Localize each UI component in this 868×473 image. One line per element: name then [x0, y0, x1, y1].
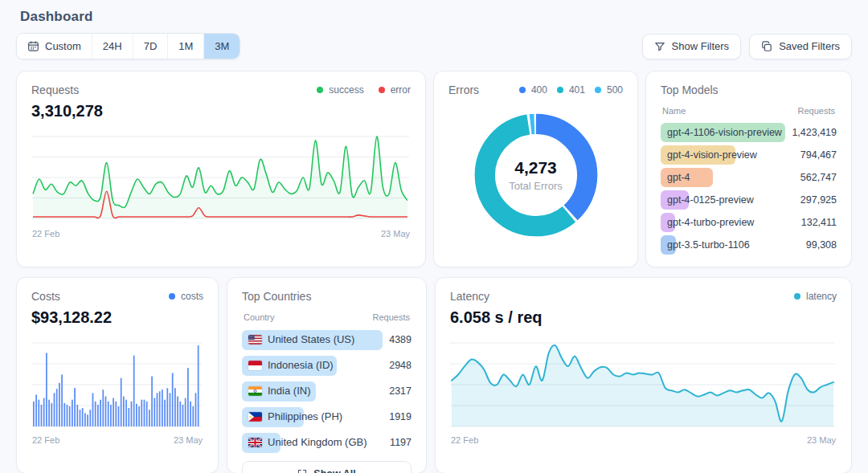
costs-card: Costs costs $93,128.22 22 Feb 23 May — [16, 277, 219, 473]
legend-dot-icon — [794, 293, 800, 300]
model-requests-value: 794,467 — [800, 149, 837, 161]
show-all-label: Show All — [313, 468, 355, 473]
model-name: gpt-4-vision-preview — [661, 149, 757, 161]
errors-total-value: 4,273 — [514, 158, 557, 177]
legend-label: costs — [181, 291, 203, 302]
model-name-cell: gpt-4-1106-vision-preview — [661, 123, 785, 142]
model-name-cell: gpt-3.5-turbo-1106 — [661, 235, 800, 255]
top-countries-title: Top Countries — [242, 290, 311, 303]
latency-card-title: Latency — [450, 290, 489, 303]
model-requests-value: 297,925 — [800, 194, 837, 206]
time-range-label: 24H — [103, 40, 122, 52]
requests-card-title: Requests — [31, 84, 79, 96]
show-filters-label: Show Filters — [672, 40, 730, 52]
dashboard-grid-row-1: Requests successerror 3,310,278 22 Feb 2… — [16, 71, 852, 267]
toolbar-right: Show Filters Saved Filters — [642, 34, 852, 59]
model-name: gpt-4-turbo-preview — [661, 217, 754, 228]
dashboard-grid-row-2: Costs costs $93,128.22 22 Feb 23 May Top… — [16, 277, 852, 473]
model-name: gpt-4-1106-vision-preview — [661, 127, 782, 138]
costs-total-value: $93,128.22 — [31, 308, 203, 327]
top-models-col-requests: Requests — [798, 106, 835, 116]
time-range-label: Custom — [45, 40, 81, 52]
legend-label: 400 — [531, 84, 547, 96]
top-models-header: Name Requests — [661, 106, 837, 116]
errors-card: Errors 400401500 4,273 Total Errors — [433, 71, 638, 267]
country-name: United States (US) — [242, 333, 354, 345]
requests-x-start: 22 Feb — [32, 229, 59, 239]
requests-x-axis: 22 Feb 23 May — [31, 229, 411, 239]
top-models-col-name: Name — [662, 106, 686, 116]
country-row: Philippines (PH)1919 — [242, 406, 411, 426]
latency-value: 6.058 s / req — [450, 308, 837, 327]
top-countries-header: Country Requests — [242, 312, 411, 322]
show-all-button[interactable]: Show All — [242, 461, 411, 473]
errors-total-subtitle: Total Errors — [509, 180, 562, 192]
model-row: gpt-4562,747 — [661, 168, 837, 187]
country-name-cell: Philippines (PH) — [242, 407, 383, 426]
page-title: Dashboard — [16, 0, 852, 25]
legend-label: latency — [806, 291, 837, 302]
country-requests-value: 4389 — [389, 334, 411, 345]
costs-x-start: 22 Feb — [32, 435, 59, 445]
legend-item-success: success — [317, 84, 363, 96]
country-row: Indonesia (ID)2948 — [242, 355, 411, 375]
time-range-3m[interactable]: 3M — [204, 34, 240, 59]
errors-donut-center: 4,273 Total Errors — [465, 104, 608, 247]
flag-id-icon — [248, 361, 262, 370]
errors-card-title: Errors — [448, 84, 479, 96]
requests-card: Requests successerror 3,310,278 22 Feb 2… — [16, 71, 426, 267]
show-filters-button[interactable]: Show Filters — [642, 34, 742, 59]
country-name: Indonesia (ID) — [242, 359, 334, 371]
country-name-cell: Indonesia (ID) — [242, 356, 383, 375]
country-requests-value: 2317 — [389, 385, 411, 397]
costs-chart — [31, 336, 202, 433]
country-label: United States (US) — [268, 333, 354, 345]
time-range-7d[interactable]: 7D — [133, 34, 169, 59]
legend-label: 401 — [569, 84, 585, 96]
legend-label: error — [391, 84, 411, 96]
dashboard-page: Dashboard Custom24H7D1M3M Show Filters S… — [0, 0, 868, 473]
model-name: gpt-3.5-turbo-1106 — [661, 239, 750, 251]
model-row: gpt-4-1106-vision-preview1,423,419 — [661, 123, 837, 142]
country-requests-value: 2948 — [389, 360, 411, 371]
calendar-icon — [27, 40, 39, 52]
legend-item-latency: latency — [794, 291, 837, 302]
legend-dot-icon — [317, 87, 323, 93]
country-name: India (IN) — [242, 385, 310, 397]
country-name: United Kingdom (GB) — [242, 436, 367, 448]
model-requests-value: 99,308 — [806, 239, 837, 251]
errors-legend: 400401500 — [519, 84, 623, 96]
top-countries-list: United States (US)4389Indonesia (ID)2948… — [242, 329, 411, 452]
model-row: gpt-4-vision-preview794,467 — [661, 145, 837, 165]
model-row: gpt-4-0125-preview297,925 — [661, 190, 837, 210]
legend-item-costs: costs — [169, 291, 203, 302]
legend-dot-icon — [519, 87, 526, 93]
costs-x-end: 23 May — [174, 435, 203, 445]
time-range-custom[interactable]: Custom — [17, 34, 92, 59]
model-row: gpt-3.5-turbo-110699,308 — [661, 235, 837, 255]
legend-item-400: 400 — [519, 84, 547, 96]
top-countries-col-country: Country — [244, 312, 275, 322]
time-range-selector: Custom24H7D1M3M — [16, 33, 240, 59]
latency-card: Latency latency 6.058 s / req 22 Feb 23 … — [435, 277, 852, 473]
saved-filters-label: Saved Filters — [779, 40, 840, 52]
model-name-cell: gpt-4-vision-preview — [661, 145, 794, 165]
country-name-cell: United States (US) — [242, 330, 383, 349]
country-row: United States (US)4389 — [242, 329, 411, 349]
time-range-1m[interactable]: 1M — [168, 34, 204, 59]
top-countries-col-requests: Requests — [373, 312, 410, 322]
funnel-icon — [654, 41, 665, 52]
time-range-24h[interactable]: 24H — [92, 34, 133, 59]
model-requests-value: 132,411 — [801, 217, 837, 228]
flag-ph-icon — [248, 412, 262, 422]
saved-filters-button[interactable]: Saved Filters — [749, 34, 852, 59]
costs-legend: costs — [169, 291, 203, 302]
time-range-label: 7D — [144, 40, 158, 52]
country-name: Philippines (PH) — [242, 410, 342, 422]
model-name: gpt-4-0125-preview — [661, 194, 754, 206]
country-requests-value: 1919 — [389, 411, 411, 422]
latency-x-start: 22 Feb — [451, 435, 478, 445]
top-models-card: Top Models Name Requests gpt-4-1106-visi… — [645, 71, 852, 267]
model-name: gpt-4 — [661, 172, 690, 183]
legend-dot-icon — [595, 87, 601, 93]
